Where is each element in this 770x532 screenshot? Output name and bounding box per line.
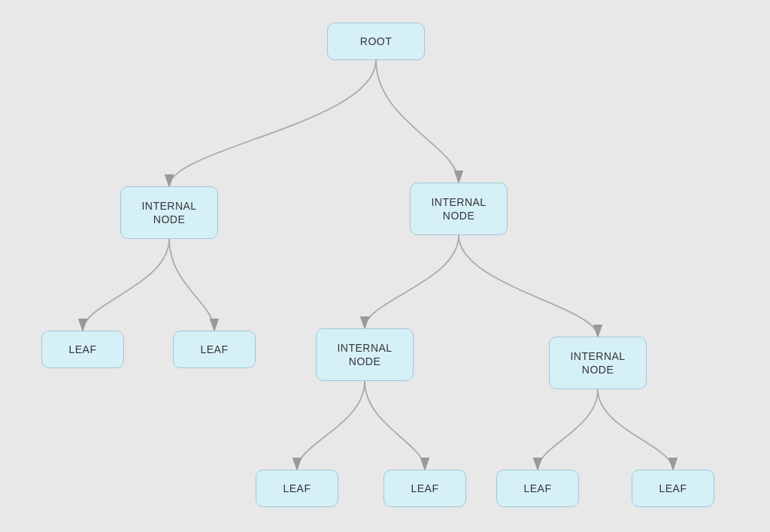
tree-connections: [0, 0, 770, 532]
tree-node-int1: INTERNALNODE: [120, 186, 218, 239]
tree-node-root: ROOT: [327, 23, 425, 60]
tree-node-leaf2: LEAF: [173, 331, 256, 368]
tree-node-leaf4: LEAF: [383, 470, 466, 507]
edge-int4-leaf5: [538, 389, 598, 470]
tree-node-leaf1: LEAF: [41, 331, 124, 368]
edge-int2-int3: [365, 235, 459, 328]
tree-node-leaf3: LEAF: [256, 470, 338, 507]
edge-root-int1: [169, 60, 376, 186]
tree-node-int3: INTERNALNODE: [316, 328, 414, 381]
edge-int1-leaf1: [83, 239, 169, 331]
tree-node-leaf5: LEAF: [496, 470, 579, 507]
edge-int3-leaf3: [297, 381, 365, 470]
tree-node-int4: INTERNALNODE: [549, 337, 647, 389]
edge-int3-leaf4: [365, 381, 425, 470]
tree-diagram: ROOTINTERNALNODEINTERNALNODELEAFLEAFINTE…: [0, 0, 770, 532]
edge-int1-leaf2: [169, 239, 214, 331]
edge-root-int2: [376, 60, 459, 183]
tree-node-int2: INTERNALNODE: [410, 183, 508, 235]
edge-int4-leaf6: [598, 389, 673, 470]
tree-node-leaf6: LEAF: [632, 470, 714, 507]
edge-int2-int4: [459, 235, 598, 337]
